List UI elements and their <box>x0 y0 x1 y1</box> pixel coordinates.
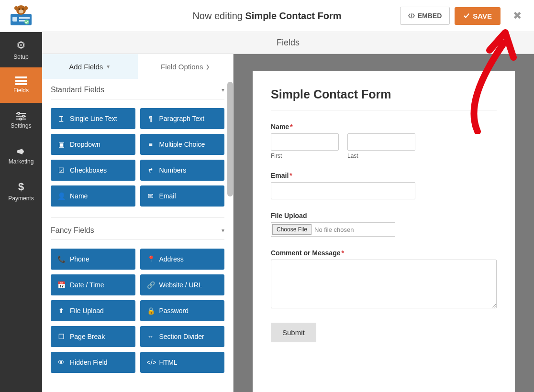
embed-label: EMBED <box>418 12 442 20</box>
svg-point-14 <box>18 112 20 114</box>
save-label: SAVE <box>473 12 492 20</box>
field-label: Checkboxes <box>70 166 107 174</box>
field-label: HTML <box>159 359 178 366</box>
field-label: Single Line Text <box>70 115 117 122</box>
list-ul-icon: ≡ <box>147 141 155 148</box>
list-icon <box>15 76 27 85</box>
field-label: Phone <box>70 255 89 263</box>
calendar-icon: 📅 <box>57 281 65 289</box>
arrows-h-icon: ↔ <box>147 333 155 340</box>
subheader-title: Fields <box>42 32 534 54</box>
nav-setup[interactable]: ⚙ Setup <box>0 32 42 67</box>
user-icon: 👤 <box>57 192 65 200</box>
file-placeholder: No file chosen <box>314 226 354 233</box>
comment-label: Comment or Message* <box>271 249 497 257</box>
last-name-input[interactable] <box>347 133 415 151</box>
group-standard-fields[interactable]: Standard Fields ▾ <box>51 79 224 99</box>
field-checkboxes[interactable]: ☑Checkboxes <box>51 160 135 181</box>
divider <box>271 110 497 110</box>
field-dropdown[interactable]: ▣Dropdown <box>51 134 135 155</box>
field-password[interactable]: 🔒Password <box>140 300 225 321</box>
field-name[interactable]: 👤Name <box>51 185 135 207</box>
eye-slash-icon: 👁 <box>57 359 65 366</box>
nav-label: Marketing <box>9 158 34 165</box>
text-icon: T <box>57 115 65 122</box>
nav-payments[interactable]: $ Payments <box>0 174 42 209</box>
code-icon <box>408 12 415 19</box>
nav-marketing[interactable]: Marketing <box>0 138 42 174</box>
hash-icon: # <box>147 166 155 174</box>
code-icon: </> <box>147 359 155 366</box>
nav-label: Settings <box>11 122 31 129</box>
svg-point-10 <box>22 9 24 10</box>
field-phone[interactable]: 📞Phone <box>51 249 135 270</box>
field-address[interactable]: 📍Address <box>140 249 225 270</box>
field-multiple-choice[interactable]: ≡Multiple Choice <box>140 134 225 155</box>
nav-fields[interactable]: Fields <box>0 67 42 103</box>
pin-icon: 📍 <box>147 255 155 263</box>
nav-settings[interactable]: Settings <box>0 103 42 138</box>
group-title: Fancy Fields <box>51 226 94 235</box>
svg-point-8 <box>19 10 23 13</box>
group-title: Standard Fields <box>51 86 104 94</box>
file-input[interactable]: Choose File No file chosen <box>271 222 395 237</box>
field-page-break[interactable]: ❐Page Break <box>51 326 135 347</box>
field-html[interactable]: </>HTML <box>140 352 225 373</box>
files-icon: ❐ <box>57 333 65 340</box>
gear-icon: ⚙ <box>16 39 26 52</box>
field-label: File Upload <box>70 307 104 315</box>
tab-add-fields[interactable]: Add Fields ▼ <box>42 54 138 79</box>
required-marker: * <box>289 172 292 179</box>
form-preview[interactable]: Simple Contact Form Name* First Last <box>253 71 515 392</box>
editing-form-name: Simple Contact Form <box>245 11 341 21</box>
mail-icon: ✉ <box>147 192 155 200</box>
save-button[interactable]: SAVE <box>455 7 501 25</box>
upload-icon: ⬆ <box>57 307 65 315</box>
svg-rect-12 <box>15 80 27 82</box>
svg-rect-1 <box>12 17 17 22</box>
check-icon: ☑ <box>57 166 65 174</box>
name-label: Name* <box>271 123 497 131</box>
tab-field-options[interactable]: Field Options ❯ <box>138 54 234 79</box>
dollar-icon: $ <box>18 181 24 193</box>
sliders-icon <box>16 112 26 120</box>
field-section-divider[interactable]: ↔Section Divider <box>140 326 225 347</box>
email-input[interactable] <box>271 182 415 199</box>
chevron-down-icon: ▾ <box>222 87 224 93</box>
form-canvas: Simple Contact Form Name* First Last <box>234 54 534 392</box>
file-upload-label: File Upload <box>271 212 497 219</box>
embed-button[interactable]: EMBED <box>400 7 450 25</box>
field-numbers[interactable]: #Numbers <box>140 160 225 181</box>
first-sublabel: First <box>271 152 339 159</box>
submit-button[interactable]: Submit <box>271 323 316 342</box>
chevron-down-icon: ▾ <box>222 227 224 234</box>
field-label: Email <box>159 192 176 200</box>
field-hidden-field[interactable]: 👁Hidden Field <box>51 352 135 373</box>
svg-point-16 <box>20 118 22 120</box>
check-icon <box>463 12 470 19</box>
field-date-time[interactable]: 📅Date / Time <box>51 274 135 295</box>
field-label: Password <box>159 307 189 315</box>
fields-panel: Add Fields ▼ Field Options ❯ Standard Fi… <box>42 54 234 392</box>
first-name-input[interactable] <box>271 133 339 151</box>
field-file-upload[interactable]: ⬆File Upload <box>51 300 135 321</box>
side-navigation: ⚙ Setup Fields Settings Marketing $ Paym… <box>0 32 42 392</box>
megaphone-icon <box>16 147 26 156</box>
close-icon[interactable]: ✖ <box>513 10 522 22</box>
field-label: Address <box>159 255 184 263</box>
field-label: Name <box>70 192 88 200</box>
scrollbar[interactable] <box>227 82 233 196</box>
app-logo[interactable] <box>0 0 42 32</box>
phone-icon: 📞 <box>57 255 65 263</box>
field-label: Website / URL <box>159 281 202 289</box>
field-label: Hidden Field <box>70 359 108 366</box>
group-fancy-fields[interactable]: Fancy Fields ▾ <box>51 219 224 240</box>
field-email[interactable]: ✉Email <box>140 185 225 207</box>
choose-file-button[interactable]: Choose File <box>272 224 312 235</box>
field-website-url[interactable]: 🔗Website / URL <box>140 274 225 295</box>
field-single-line-text[interactable]: TSingle Line Text <box>51 108 135 129</box>
field-paragraph-text[interactable]: ¶Paragraph Text <box>140 108 225 129</box>
field-label: Date / Time <box>70 281 104 289</box>
editing-prefix: Now editing <box>192 11 245 21</box>
comment-textarea[interactable] <box>271 260 497 308</box>
